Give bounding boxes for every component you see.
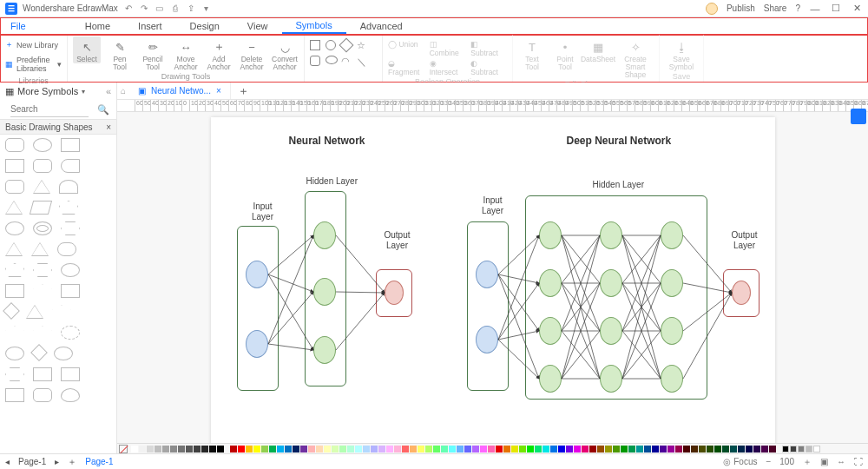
new-library-button[interactable]: ＋New Library [5, 36, 62, 53]
color-swatch[interactable] [449, 446, 456, 452]
color-swatch[interactable] [433, 446, 440, 452]
page-label[interactable]: Page-1 [18, 457, 46, 466]
more-icon[interactable]: ▾ [201, 3, 212, 14]
delete-anchor-tool[interactable]: −Delete Anchor [238, 36, 266, 71]
color-swatch[interactable] [339, 446, 346, 452]
rect-shape[interactable] [310, 40, 320, 50]
color-swatch[interactable] [761, 446, 768, 452]
shape-item[interactable] [61, 326, 80, 340]
color-swatch[interactable] [170, 446, 177, 452]
text-tool-button[interactable]: TText Tool [518, 36, 546, 71]
canvas[interactable]: Neural Network Input Layer Hidden Layer … [117, 112, 868, 443]
menu-advanced[interactable]: Advanced [346, 17, 417, 34]
ellipse-shape[interactable] [326, 56, 338, 64]
shape-item[interactable] [3, 302, 20, 320]
hidden-node[interactable] [661, 221, 683, 249]
subtract-button[interactable]: ◧ Subtract [470, 40, 507, 57]
export-icon[interactable]: ⇪ [186, 3, 196, 14]
color-swatch[interactable] [324, 446, 331, 452]
publish-button[interactable]: Publish [727, 3, 755, 13]
arc-shape[interactable]: ◠ [341, 56, 352, 66]
save-icon[interactable]: ▭ [155, 3, 165, 14]
no-fill-swatch[interactable] [119, 445, 128, 453]
floating-tool-icon[interactable] [851, 109, 866, 124]
color-swatch[interactable] [691, 446, 698, 452]
union-button[interactable]: ◯ Union [388, 40, 424, 57]
color-swatch[interactable] [155, 446, 161, 452]
color-swatch[interactable] [574, 446, 581, 452]
hidden-node[interactable] [661, 317, 683, 345]
color-swatch[interactable] [480, 446, 487, 452]
color-swatch[interactable] [613, 446, 620, 452]
color-swatch[interactable] [464, 446, 471, 452]
hidden-node[interactable] [539, 365, 562, 393]
user-avatar-icon[interactable] [706, 3, 718, 15]
color-swatch[interactable] [186, 446, 193, 452]
color-swatch[interactable] [147, 446, 154, 452]
combine-button[interactable]: ◫ Combine [430, 40, 466, 57]
shape-item[interactable] [5, 347, 24, 360]
input-node[interactable] [246, 261, 268, 288]
smart-shape-button[interactable]: ✧Create Smart Shape [617, 36, 654, 79]
fragment-button[interactable]: ◒ Fragment [388, 59, 424, 76]
color-swatch[interactable] [457, 446, 464, 452]
shape-item[interactable] [5, 367, 24, 381]
shape-item[interactable] [5, 138, 24, 152]
search-icon[interactable]: 🔍 [97, 104, 109, 116]
minimize-button[interactable]: — [809, 3, 821, 14]
color-swatch[interactable] [511, 446, 518, 452]
shape-item[interactable] [33, 284, 52, 298]
shape-item[interactable] [5, 159, 24, 173]
color-swatch[interactable] [488, 446, 495, 452]
color-swatch[interactable] [269, 446, 276, 452]
menu-symbols[interactable]: Symbols [282, 17, 346, 34]
hidden-node[interactable] [661, 365, 683, 393]
color-swatch[interactable] [667, 446, 674, 452]
color-swatch[interactable] [813, 446, 820, 452]
add-page-button[interactable]: ＋ [68, 456, 76, 468]
color-swatch[interactable] [675, 446, 682, 452]
color-swatch[interactable] [261, 446, 268, 452]
color-swatch[interactable] [194, 446, 201, 452]
color-swatch[interactable] [162, 446, 169, 452]
pen-tool[interactable]: ✎Pen Tool [106, 36, 134, 71]
shape-item[interactable] [33, 367, 52, 381]
color-swatch[interactable] [566, 446, 573, 452]
close-tab-icon[interactable]: × [216, 86, 221, 96]
color-swatch[interactable] [332, 446, 339, 452]
menu-file[interactable]: File [0, 17, 36, 34]
shape-item[interactable] [33, 326, 52, 340]
color-swatch[interactable] [293, 446, 299, 452]
search-input[interactable] [10, 102, 89, 117]
hidden-node[interactable] [600, 269, 622, 297]
color-swatch[interactable] [699, 446, 706, 452]
color-swatch[interactable] [238, 446, 245, 452]
color-swatch[interactable] [535, 446, 542, 452]
prev-page-icon[interactable]: ◂ [5, 457, 10, 466]
color-swatch[interactable] [519, 446, 526, 452]
menu-design[interactable]: Design [176, 17, 233, 34]
color-swatch[interactable] [782, 446, 789, 452]
hidden-node[interactable] [600, 221, 622, 249]
color-swatch[interactable] [277, 446, 284, 452]
share-button[interactable]: Share [764, 3, 787, 13]
shape-item[interactable] [54, 347, 73, 360]
color-swatch[interactable] [209, 446, 216, 452]
line-shape[interactable]: ＼ [357, 56, 367, 66]
shape-item[interactable] [5, 221, 24, 235]
color-swatch[interactable] [660, 446, 667, 452]
shape-item[interactable] [61, 284, 80, 298]
redo-icon[interactable]: ↷ [139, 3, 149, 14]
hidden-node[interactable] [313, 278, 336, 306]
color-swatch[interactable] [316, 446, 323, 452]
shape-item[interactable] [57, 242, 76, 256]
more-symbols-header[interactable]: ▦ More Symbols▾ « [0, 83, 116, 100]
help-icon[interactable]: ? [795, 3, 800, 13]
select-tool[interactable]: ↖Select [73, 36, 101, 63]
diamond-shape[interactable] [339, 38, 354, 53]
shape-item[interactable] [5, 180, 24, 194]
home-tab-icon[interactable]: ⌂ [117, 86, 129, 96]
shape-item[interactable] [33, 388, 52, 402]
color-swatch[interactable] [139, 446, 146, 452]
color-swatch[interactable] [425, 446, 432, 452]
